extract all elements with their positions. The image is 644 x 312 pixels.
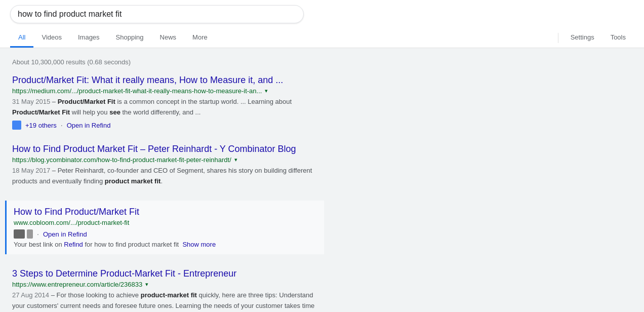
result-url: https://www.entrepreneur.com/article/236…	[12, 281, 142, 288]
result-url-row: https://blog.ycombinator.com/how-to-find…	[12, 156, 324, 164]
refine-square-icon	[12, 121, 21, 130]
result-bold-3: see	[109, 108, 120, 116]
refine-thumb-row: · Open in Refind	[14, 229, 317, 239]
thumb-icons	[14, 229, 33, 239]
dropdown-arrow-icon[interactable]: ▾	[265, 88, 268, 94]
result-bold-2: Product/Market Fit	[12, 108, 70, 116]
result-bold-pmf: product market fit	[105, 177, 161, 185]
result-snippet: 18 May 2017 – Peter Reinhardt, co-founde…	[12, 166, 324, 186]
open-in-refind-link[interactable]: Open in Refind	[67, 122, 111, 129]
best-link-row: Your best link on Refind for how to find…	[14, 241, 317, 248]
result-url: https://blog.ycombinator.com/how-to-find…	[12, 156, 231, 164]
tab-more[interactable]: More	[184, 28, 216, 48]
result-url-row: www.cobloom.com/.../product-market-fit	[14, 219, 317, 226]
tab-shopping[interactable]: Shopping	[108, 28, 152, 48]
result-date: 31 May 2015	[12, 98, 50, 105]
tab-all[interactable]: All	[10, 28, 33, 48]
result-date: 18 May 2017	[12, 167, 50, 174]
thumb-icon-2	[27, 229, 33, 239]
tab-settings[interactable]: Settings	[562, 28, 602, 48]
result-item-highlighted: How to Find Product/Market Fit www.coblo…	[5, 201, 324, 254]
result-url-row: https://www.entrepreneur.com/article/236…	[12, 281, 324, 288]
show-more-link[interactable]: Show more	[182, 241, 216, 248]
result-dash: –	[52, 167, 58, 174]
result-bold-1: Product/Market Fit	[58, 98, 115, 105]
result-dash: –	[52, 98, 58, 105]
search-box-container	[10, 5, 304, 23]
refine-others-link[interactable]: +19 others	[25, 122, 57, 129]
result-item: 3 Steps to Determine Product-Market Fit …	[12, 268, 324, 312]
search-row	[10, 5, 634, 23]
result-title[interactable]: How to Find Product Market Fit – Peter R…	[12, 144, 324, 154]
result-snippet: 27 Aug 2014 – For those looking to achie…	[12, 290, 324, 312]
tab-news[interactable]: News	[152, 28, 185, 48]
tab-videos[interactable]: Videos	[33, 28, 70, 48]
header: All Videos Images Shopping News More Set…	[0, 0, 644, 48]
tab-tools[interactable]: Tools	[602, 28, 634, 48]
nav-divider	[558, 33, 558, 43]
tab-images[interactable]: Images	[70, 28, 108, 48]
result-snippet: 31 May 2015 – Product/Market Fit is a co…	[12, 97, 324, 118]
refine-sep: ·	[37, 230, 39, 238]
nav-right: Settings Tools	[554, 28, 634, 48]
result-title[interactable]: 3 Steps to Determine Product-Market Fit …	[12, 268, 324, 279]
result-title[interactable]: Product/Market Fit: What it really means…	[12, 75, 324, 86]
refine-sep: ·	[61, 121, 63, 129]
search-input[interactable]	[18, 10, 284, 19]
result-date: 27 Aug 2014	[12, 291, 49, 299]
result-url: www.cobloom.com/.../product-market-fit	[14, 219, 129, 226]
result-item: Product/Market Fit: What it really means…	[12, 75, 324, 130]
open-in-refind-link-2[interactable]: Open in Refind	[43, 230, 87, 238]
result-url-row: https://medium.com/.../product-market-fi…	[12, 87, 324, 95]
main-content: About 10,300,000 results (0.68 seconds) …	[0, 48, 334, 312]
result-item: How to Find Product Market Fit – Peter R…	[12, 144, 324, 186]
result-title[interactable]: How to Find Product/Market Fit	[14, 207, 317, 217]
thumb-icon-1	[14, 229, 25, 239]
result-bold-pmf2: product-market fit	[141, 291, 197, 299]
result-dash: –	[51, 291, 57, 299]
dropdown-arrow-icon[interactable]: ▾	[234, 157, 237, 163]
refine-row: +19 others · Open in Refind	[12, 121, 324, 130]
dropdown-arrow-icon[interactable]: ▾	[145, 281, 148, 288]
result-url: https://medium.com/.../product-market-fi…	[12, 87, 262, 95]
nav-tabs: All Videos Images Shopping News More Set…	[10, 28, 634, 48]
results-count: About 10,300,000 results (0.68 seconds)	[12, 58, 324, 66]
refind-label: Refind	[64, 241, 83, 248]
